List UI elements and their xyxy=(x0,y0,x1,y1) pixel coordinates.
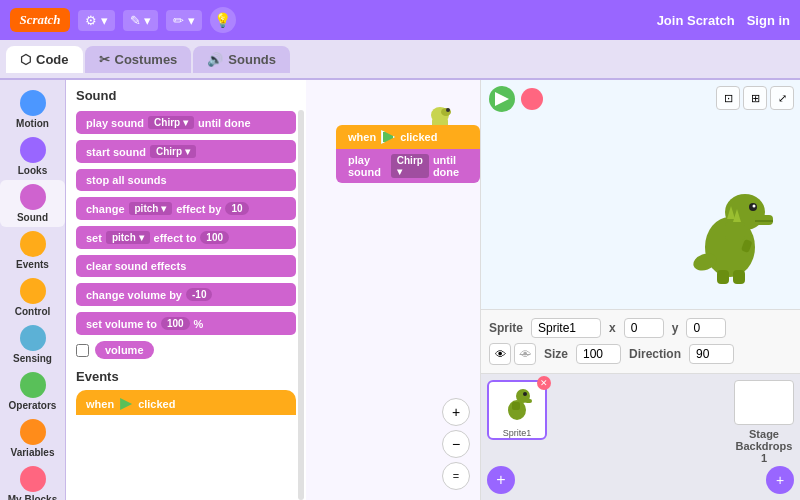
block-palette: Sound play sound Chirp ▾ until done star… xyxy=(66,80,306,500)
variables-dot xyxy=(20,419,46,445)
x-label: x xyxy=(609,321,616,335)
zoom-in-button[interactable]: + xyxy=(442,398,470,426)
x-input[interactable] xyxy=(624,318,664,338)
sprite-info-row: Sprite x y xyxy=(489,318,792,338)
sprite-delete-button[interactable]: ✕ xyxy=(537,376,551,390)
pencil-button[interactable]: ✏ ▾ xyxy=(166,10,202,31)
topbar-right: Join Scratch Sign in xyxy=(657,13,790,28)
logo[interactable]: Scratch xyxy=(10,8,70,32)
stage-mini-thumbnail[interactable] xyxy=(734,380,794,425)
palette-scrollbar[interactable] xyxy=(298,110,304,500)
tab-code[interactable]: ⬡ Code xyxy=(6,46,83,73)
sidebar-item-control[interactable]: Control xyxy=(0,274,65,321)
sidebar-item-sound[interactable]: Sound xyxy=(0,180,65,227)
hide-sprite-button[interactable]: 👁 xyxy=(514,343,536,365)
direction-input[interactable] xyxy=(689,344,734,364)
script-hat-block[interactable]: when clicked xyxy=(336,125,480,149)
svg-point-21 xyxy=(523,392,527,396)
sidebar-item-myblocks[interactable]: My Blocks xyxy=(0,462,65,500)
sprite-list-header: ✕ Sprite1 xyxy=(487,380,794,464)
stage-label: Stage xyxy=(749,428,779,440)
green-flag-button[interactable] xyxy=(489,86,515,112)
looks-dot xyxy=(20,137,46,163)
volume-checkbox[interactable] xyxy=(76,344,89,357)
y-input[interactable] xyxy=(686,318,726,338)
backdrops-label: Backdrops xyxy=(736,440,793,452)
sprite-thumb-name: Sprite1 xyxy=(503,428,532,438)
block-play-sound-until-done[interactable]: play sound Chirp ▾ until done xyxy=(76,111,296,134)
sound-label: Sound xyxy=(17,212,48,223)
myblocks-label: My Blocks xyxy=(8,494,57,500)
sidebar-item-operators[interactable]: Operators xyxy=(0,368,65,415)
sprite-info: Sprite x y 👁 👁 Size Direction xyxy=(481,310,800,374)
costumes-tab-icon: ✂ xyxy=(99,52,110,67)
edit-button[interactable]: ✎ ▾ xyxy=(123,10,159,31)
block-volume-reporter[interactable]: volume xyxy=(95,341,154,359)
backdrops-count: 1 xyxy=(761,452,767,464)
sidebar-item-variables[interactable]: Variables xyxy=(0,415,65,462)
join-scratch-button[interactable]: Join Scratch xyxy=(657,13,735,28)
looks-label: Looks xyxy=(18,165,47,176)
stage-panel: Stage Backdrops 1 xyxy=(734,380,794,464)
sprite-thumb-sprite1[interactable]: ✕ Sprite1 xyxy=(487,380,547,440)
svg-rect-22 xyxy=(512,402,520,410)
zoom-controls: + − = xyxy=(442,398,470,490)
stage-preview: ⊡ ⊞ ⤢ xyxy=(481,80,800,310)
tutorial-button[interactable]: 💡 xyxy=(210,7,236,33)
sidebar-item-motion[interactable]: Motion xyxy=(0,86,65,133)
myblocks-dot xyxy=(20,466,46,492)
sounds-tab-icon: 🔊 xyxy=(207,52,223,67)
code-tab-label: Code xyxy=(36,52,69,67)
block-change-pitch[interactable]: change pitch ▾ effect by 10 xyxy=(76,197,296,220)
svg-rect-14 xyxy=(733,270,745,284)
add-backdrop-button[interactable]: + xyxy=(766,466,794,494)
right-panel: ⊡ ⊞ ⤢ xyxy=(480,80,800,500)
action-chirp-dropdown[interactable]: Chirp ▾ xyxy=(391,154,429,178)
small-stage-button[interactable]: ⊡ xyxy=(716,86,740,110)
svg-rect-13 xyxy=(717,270,729,284)
fullscreen-button[interactable]: ⤢ xyxy=(770,86,794,110)
dino-svg xyxy=(685,167,775,287)
size-input[interactable] xyxy=(576,344,621,364)
topbar: Scratch ⚙ ▾ ✎ ▾ ✏ ▾ 💡 Join Scratch Sign … xyxy=(0,0,800,40)
control-dot xyxy=(20,278,46,304)
sidebar-item-events[interactable]: Events xyxy=(0,227,65,274)
events-label: Events xyxy=(16,259,49,270)
tab-costumes[interactable]: ✂ Costumes xyxy=(85,46,192,73)
zoom-out-button[interactable]: − xyxy=(442,430,470,458)
gear-button[interactable]: ⚙ ▾ xyxy=(78,10,115,31)
sidebar-item-looks[interactable]: Looks xyxy=(0,133,65,180)
sprite-thumb-svg xyxy=(501,382,533,422)
svg-point-10 xyxy=(753,205,756,208)
script-action-block[interactable]: play sound Chirp ▾ until done xyxy=(336,149,480,183)
eye-buttons: 👁 👁 xyxy=(489,343,536,365)
flag-icon xyxy=(495,92,509,106)
block-when-flag[interactable]: when clicked xyxy=(76,390,296,415)
operators-label: Operators xyxy=(9,400,57,411)
fit-button[interactable]: = xyxy=(442,462,470,490)
stop-button[interactable] xyxy=(521,88,543,110)
sound-dot xyxy=(20,184,46,210)
operators-dot xyxy=(20,372,46,398)
block-clear-sound-effects[interactable]: clear sound effects xyxy=(76,255,296,277)
svg-rect-20 xyxy=(525,399,532,403)
block-set-pitch[interactable]: set pitch ▾ effect to 100 xyxy=(76,226,296,249)
sidebar-item-sensing[interactable]: Sensing xyxy=(0,321,65,368)
block-start-sound[interactable]: start sound Chirp ▾ xyxy=(76,140,296,163)
sprite-name-input[interactable] xyxy=(531,318,601,338)
svg-point-4 xyxy=(446,108,450,112)
show-sprite-button[interactable]: 👁 xyxy=(489,343,511,365)
stage-view-buttons: ⊡ ⊞ ⤢ xyxy=(716,86,794,110)
size-label: Size xyxy=(544,347,568,361)
add-buttons-row: + + xyxy=(487,470,794,494)
block-set-volume[interactable]: set volume to 100 % xyxy=(76,312,296,335)
tab-sounds[interactable]: 🔊 Sounds xyxy=(193,46,290,73)
block-change-volume[interactable]: change volume by -10 xyxy=(76,283,296,306)
block-stop-all-sounds[interactable]: stop all sounds xyxy=(76,169,296,191)
sign-in-button[interactable]: Sign in xyxy=(747,13,790,28)
hat-when-label: when xyxy=(348,131,376,143)
control-label: Control xyxy=(15,306,51,317)
large-stage-button[interactable]: ⊞ xyxy=(743,86,767,110)
add-sprite-button[interactable]: + xyxy=(487,466,515,494)
sensing-dot xyxy=(20,325,46,351)
